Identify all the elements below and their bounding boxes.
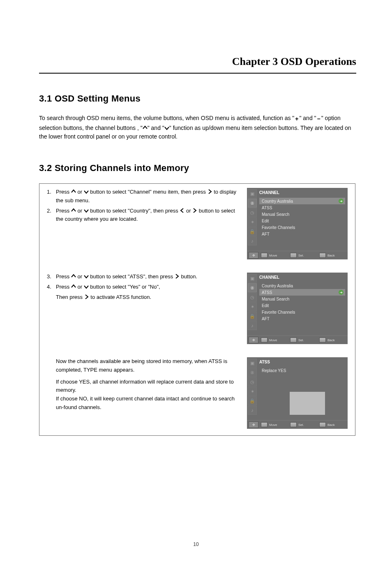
osd-title: ATSS: [259, 360, 270, 364]
steps-left-column: Now the channels available are being sto…: [47, 357, 242, 412]
bottom-label: Sel.: [298, 338, 304, 342]
osd-title: CHANNEL: [259, 190, 279, 195]
menu-row-country: Country Australia: [259, 282, 345, 289]
text-fragment: or: [76, 189, 84, 195]
step-1: 1. Press or button to select "Channel" m…: [47, 188, 240, 205]
settings-icon: ✶: [248, 217, 257, 227]
document-page: Chapter 3 OSD Operations 3.1 OSD Setting…: [0, 0, 392, 562]
bottom-seg-sel: Sel.: [288, 337, 317, 343]
text-fragment: Press: [56, 208, 71, 214]
step-3-body: Press or button to select "ATSS", then p…: [56, 273, 240, 281]
chevron-down-icon: [164, 125, 169, 130]
osd-body: ▣ ⑧ ◷ ✶ 🔒 ♪ Country Australia: [247, 273, 348, 335]
osd-screen: ATSS ▣ ⑧ ◷ ✶ 🔒 ♪ Replace: [247, 357, 348, 429]
button-icon: [290, 338, 297, 342]
osd-preview-1: CHANNEL ▣ ⑧ ◷ ✶ 🔒 ♪ Country: [247, 188, 348, 259]
step-number: 1.: [47, 188, 53, 205]
osd-menu-list: Country Australia➔ ATSS Manual Search Ed…: [257, 188, 348, 237]
clock-icon: ◷: [248, 377, 257, 386]
osd-main: Country Australia➔ ATSS Manual Search Ed…: [257, 188, 348, 251]
lock-icon: 🔒: [248, 312, 257, 321]
text-fragment: " and ": [299, 115, 316, 121]
bottom-label: Back: [327, 423, 335, 427]
bottom-seg-back: Back: [318, 252, 346, 258]
bottom-label: Sel.: [298, 423, 304, 427]
audio-icon: ♪: [248, 406, 257, 415]
picture-icon: ▣: [248, 189, 257, 198]
chevron-down-icon: [84, 208, 89, 213]
menu-row-atss: ATSS➔: [259, 289, 345, 296]
bottom-label: Back: [327, 338, 335, 342]
menu-row-edit: Edit: [259, 217, 345, 224]
text-fragment: button.: [180, 273, 197, 280]
bottom-seg-move: Move: [259, 337, 288, 343]
button-icon: [319, 253, 326, 258]
lock-icon: 🔒: [248, 396, 257, 405]
content-area: Chapter 3 OSD Operations 3.1 OSD Setting…: [39, 56, 356, 436]
chapter-title: Chapter 3 OSD Operations: [39, 56, 356, 74]
chevron-down-icon: [84, 189, 89, 194]
text-fragment: button to select "Yes" or "No",: [89, 284, 160, 290]
osd-body: ▣ ⑧ ◷ ✶ 🔒 ♪ Country Australia➔: [247, 188, 348, 251]
osd-sidebar: ▣ ⑧ ◷ ✶ 🔒 ♪: [247, 188, 257, 251]
button-icon: [290, 253, 297, 258]
text-fragment: or: [184, 208, 192, 214]
channel-icon: ⑧: [248, 199, 257, 208]
arrow-right-icon: ➔: [339, 199, 344, 204]
text-fragment: Press: [56, 273, 71, 280]
chevron-right-icon: [192, 208, 197, 213]
menu-row-label: ATSS: [262, 290, 272, 295]
chevron-up-icon: [71, 284, 76, 289]
button-icon: [290, 422, 297, 427]
bottom-seg-back: Back: [318, 422, 346, 428]
page-number: 10: [0, 541, 392, 547]
button-icon: [319, 338, 326, 342]
step-4-cont: Then press to activate ATSS function.: [47, 293, 240, 302]
step-1-body: Press or button to select "Channel" menu…: [56, 188, 240, 205]
text-fragment: or: [76, 284, 84, 290]
step-number: 2.: [47, 207, 53, 224]
step-4: 4. Press or button to select "Yes" or "N…: [47, 283, 240, 291]
osd-menu-list: Country Australia ATSS➔ Manual Search Ed…: [257, 273, 348, 322]
button-icon: [261, 422, 267, 427]
steps-left-column: 3. Press or button to select "ATSS", the…: [47, 273, 242, 301]
settings-icon: ✶: [248, 302, 257, 311]
text-fragment: Press: [56, 189, 71, 195]
osd-screen: CHANNEL ▣ ⑧ ◷ ✶ 🔒 ♪ Country: [247, 188, 348, 259]
settings-icon: ✶: [248, 387, 257, 396]
plus-icon: +: [294, 115, 299, 124]
step-row-1-2: 1. Press or button to select "Channel" m…: [47, 188, 348, 259]
step-number: 4.: [47, 283, 53, 291]
osd-title: CHANNEL: [259, 275, 279, 280]
menu-row-manual: Manual Search: [259, 296, 345, 302]
chevron-down-icon: [84, 274, 89, 279]
text-fragment: or: [76, 208, 84, 214]
step-number: 3.: [47, 273, 53, 281]
step-3: 3. Press or button to select "ATSS", the…: [47, 273, 240, 281]
picture-icon: ▣: [248, 274, 257, 283]
audio-icon: ♪: [248, 236, 257, 245]
bottom-label: Back: [327, 254, 335, 257]
osd-preview-3: ATSS ▣ ⑧ ◷ ✶ 🔒 ♪ Replace: [247, 357, 348, 429]
text-fragment: button to select "Country", then press: [89, 208, 180, 214]
bottom-seg-sel: Sel.: [288, 252, 317, 258]
text-fragment: To search through OSD menu items, the vo…: [39, 115, 294, 121]
menu-row-favorite: Favorite Channels: [259, 224, 345, 231]
steps-left-column: 1. Press or button to select "Channel" m…: [47, 188, 242, 225]
menu-row-label: Country Australia: [262, 199, 293, 204]
bottom-seg-move: Move: [259, 252, 288, 258]
osd-main: Replace YES: [257, 357, 348, 420]
chevron-up-icon: [143, 125, 148, 130]
text-fragment: button to select "ATSS", then press: [89, 273, 175, 280]
text-fragment: Press: [56, 284, 71, 290]
text-fragment: button to select "Channel" menu item, th…: [89, 189, 208, 195]
nav-arrows-icon: ✥: [249, 337, 258, 343]
chevron-left-icon: [180, 208, 184, 213]
menu-row-country: Country Australia➔: [259, 198, 345, 204]
bottom-seg-move: Move: [259, 422, 288, 428]
audio-icon: ♪: [248, 321, 257, 330]
text-fragment: or: [76, 273, 84, 280]
osd-menu-list: Replace YES: [257, 357, 348, 374]
text-fragment: to activate ATSS function.: [89, 294, 152, 300]
osd-bottom-bar: ✥ Move Sel. Back: [247, 251, 348, 259]
